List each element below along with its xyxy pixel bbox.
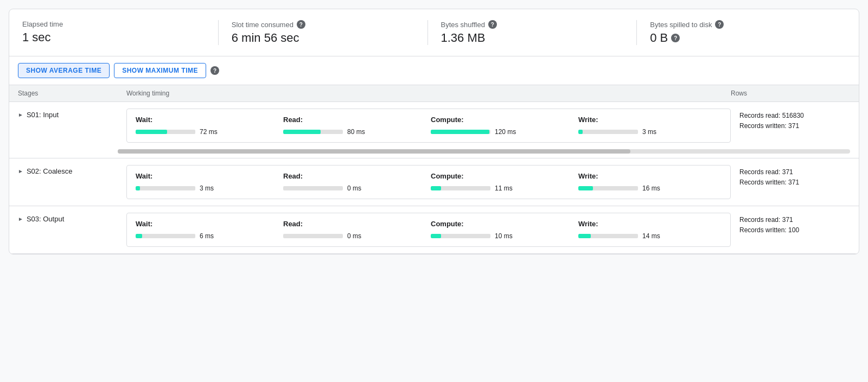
timing-value: 10 ms [495,232,513,240]
stage-name-col: ► S02: Coalesce [18,165,126,175]
progress-track [578,186,638,190]
progress-track [136,130,195,134]
timing-help-icon[interactable]: ? [210,66,219,75]
records-read-s01: Records read: 516830 [739,111,850,121]
stat-slot-label: Slot time consumed ? [232,20,414,29]
timing-cell-s01-2: Compute: 120 ms [431,116,574,136]
timing-cell-s03-2: Compute: 10 ms [431,220,574,240]
timing-cell-s03-0: Wait: 6 ms [136,220,279,240]
stat-bytes-spilled: Bytes spilled to disk ? 0 B ? [650,20,846,45]
expand-icon-s02[interactable]: ► [18,168,23,174]
timing-label: Compute: [431,116,574,124]
timing-cell-s01-1: Read: 80 ms [283,116,426,136]
stage-row-s03: ► S03: Output Wait: 6 ms Read: [9,206,859,254]
timing-cell-s02-3: Write: 16 ms [578,172,722,192]
show-maximum-time-button[interactable]: SHOW MAXIMUM TIME [114,63,206,78]
bytes-shuffled-help-icon[interactable]: ? [488,20,497,29]
rows-col-s02: Records read: 371 Records written: 371 [731,165,850,188]
timing-bar-row: 72 ms [136,128,279,136]
timing-label: Read: [283,116,426,124]
stage-name-s01: S01: Input [27,111,59,119]
stat-elapsed-value: 1 sec [22,30,205,44]
timing-bar-row: 16 ms [578,184,722,192]
progress-track [136,234,195,238]
timing-value: 72 ms [200,128,218,136]
progress-fill [431,234,441,238]
records-written-s02: Records written: 371 [739,177,850,188]
timing-cell-s02-1: Read: 0 ms [283,172,426,192]
stage-row-s01: ► S01: Input Wait: 72 ms Read: [9,102,859,158]
records-read-s02: Records read: 371 [739,167,850,177]
timing-grid-s03: Wait: 6 ms Read: 0 ms [126,213,731,247]
timing-value: 6 ms [200,232,214,240]
timing-cell-s02-2: Compute: 11 ms [431,172,574,192]
main-container: Elapsed time 1 sec Slot time consumed ? … [9,9,859,254]
expand-icon-s01[interactable]: ► [18,112,23,118]
progress-track [283,234,343,238]
col-working-header: Working timing [126,90,731,97]
timing-bar-row: 6 ms [136,232,279,240]
stage-header-s02: ► S02: Coalesce Wait: 3 ms Read: [9,158,859,206]
stat-bytes-shuffled-label: Bytes shuffled ? [441,20,624,29]
stage-name-col: ► S01: Input [18,109,126,119]
stat-elapsed-time: Elapsed time 1 sec [22,20,219,45]
col-rows-header: Rows [731,90,850,97]
slot-time-help-icon[interactable]: ? [297,20,305,29]
timing-bar-row: 0 ms [283,184,426,192]
progress-fill [578,130,583,134]
stage-header-s01: ► S01: Input Wait: 72 ms Read: [9,102,859,149]
col-stages-header: Stages [18,90,126,97]
timing-value: 120 ms [495,128,516,136]
timing-toolbar: SHOW AVERAGE TIME SHOW MAXIMUM TIME ? [9,56,859,85]
timing-label: Compute: [431,220,574,228]
timing-value: 11 ms [495,184,513,192]
progress-track [578,234,638,238]
timing-value: 14 ms [642,232,660,240]
stat-bytes-spilled-label: Bytes spilled to disk ? [650,20,833,29]
timing-label: Compute: [431,172,574,180]
records-read-s03: Records read: 371 [739,215,850,225]
progress-fill [578,234,591,238]
timing-bar-row: 120 ms [431,128,574,136]
timing-label: Read: [283,220,426,228]
stat-slot-value: 6 min 56 sec [232,31,414,45]
progress-track [283,130,343,134]
stats-row: Elapsed time 1 sec Slot time consumed ? … [9,9,859,56]
stat-elapsed-label: Elapsed time [22,20,205,28]
timing-value: 3 ms [642,128,656,136]
bytes-spilled-label-help-icon[interactable]: ? [715,20,724,29]
timing-cell-s02-0: Wait: 3 ms [136,172,279,192]
timing-label: Write: [578,116,722,124]
scrollbar-track [118,149,850,154]
stat-bytes-shuffled-value: 1.36 MB [441,31,624,45]
timing-label: Write: [578,220,722,228]
timing-label: Wait: [136,116,279,124]
scrollbar-area[interactable] [9,149,859,158]
timing-bar-row: 0 ms [283,232,426,240]
timing-bar-row: 80 ms [283,128,426,136]
records-written-s01: Records written: 371 [739,121,850,131]
scrollbar-thumb [118,149,630,154]
timing-bar-row: 14 ms [578,232,722,240]
timing-bar-row: 3 ms [136,184,279,192]
timing-cell-s03-1: Read: 0 ms [283,220,426,240]
bytes-spilled-value-help-icon[interactable]: ? [671,34,680,42]
stage-name-col: ► S03: Output [18,213,126,223]
rows-col-s03: Records read: 371 Records written: 100 [731,213,850,235]
progress-track [431,186,490,190]
progress-track [283,186,343,190]
progress-fill [136,130,167,134]
progress-fill [283,130,321,134]
show-average-time-button[interactable]: SHOW AVERAGE TIME [18,63,110,78]
stat-bytes-shuffled: Bytes shuffled ? 1.36 MB [441,20,637,45]
stage-name-s03: S03: Output [27,215,64,223]
progress-fill [431,186,441,190]
timing-label: Wait: [136,172,279,180]
expand-icon-s03[interactable]: ► [18,216,23,222]
timing-cell-s01-0: Wait: 72 ms [136,116,279,136]
timing-label: Read: [283,172,426,180]
progress-track [578,130,638,134]
timing-value: 0 ms [347,232,361,240]
stage-header-s03: ► S03: Output Wait: 6 ms Read: [9,206,859,253]
progress-track [431,234,490,238]
